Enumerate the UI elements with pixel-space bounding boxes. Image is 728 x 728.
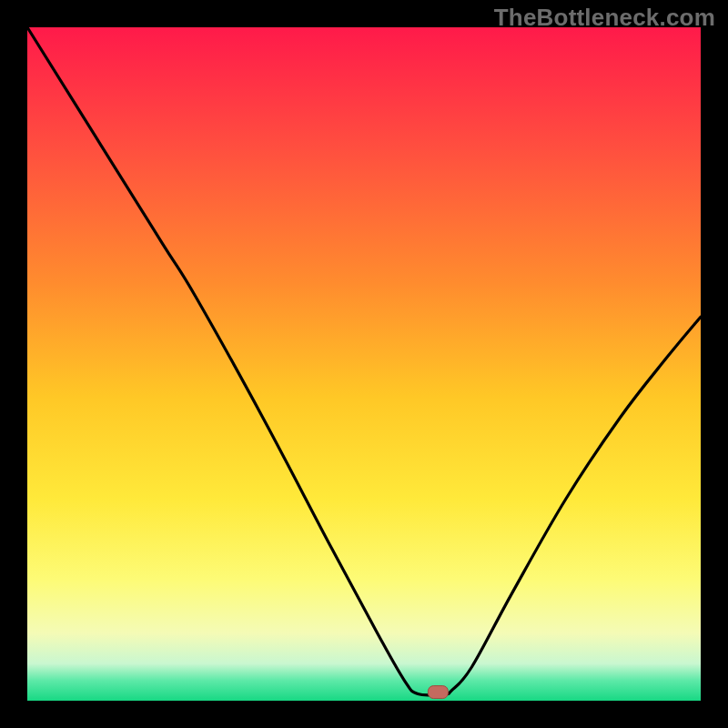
chart-frame: { "watermark": "TheBottleneck.com", "col…: [0, 0, 728, 728]
watermark-text: TheBottleneck.com: [494, 4, 715, 32]
bottleneck-chart: [0, 0, 728, 728]
optimal-marker: [428, 686, 448, 699]
plot-background: [27, 27, 701, 701]
